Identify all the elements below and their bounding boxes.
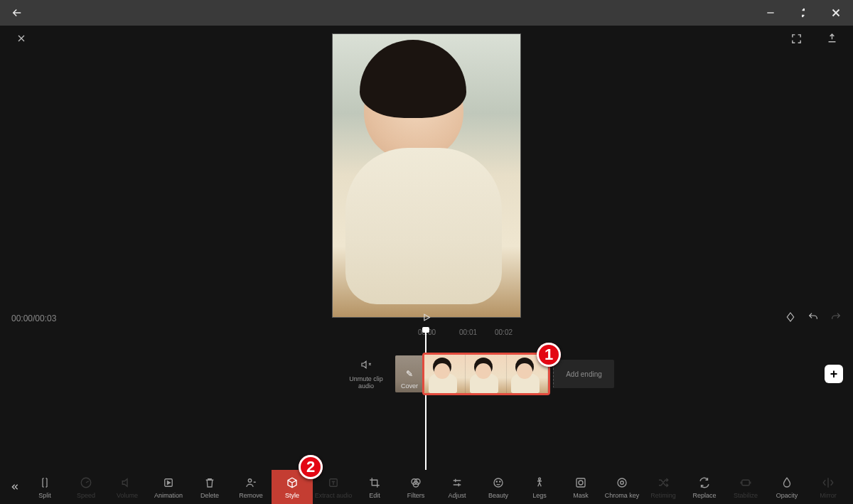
transport-bar: 00:00/00:03: [0, 309, 853, 328]
close-icon: [830, 6, 842, 19]
play-button[interactable]: [422, 312, 432, 326]
back-button[interactable]: [7, 3, 27, 23]
extract-audio-icon: [327, 476, 340, 489]
tool-opacity[interactable]: Opacity: [766, 470, 808, 504]
tool-mirror[interactable]: Mirror: [808, 470, 849, 504]
tool-edit[interactable]: Edit: [354, 470, 395, 504]
cube-icon: [286, 476, 299, 489]
keyframe-button[interactable]: [785, 311, 796, 326]
shuffle-icon: [657, 476, 670, 489]
replace-icon: [698, 476, 711, 489]
svg-rect-11: [576, 478, 585, 487]
svg-point-13: [618, 478, 626, 487]
droplet-icon: [780, 476, 793, 489]
person-remove-icon: [245, 476, 257, 489]
svg-point-14: [621, 481, 624, 484]
restore-down-icon: [798, 7, 809, 18]
chroma-icon: [616, 476, 628, 489]
svg-point-8: [496, 481, 497, 481]
chevrons-left-icon: [9, 481, 20, 493]
play-icon: [422, 312, 432, 323]
tool-replace[interactable]: Replace: [684, 470, 725, 504]
crop-icon: [368, 476, 381, 489]
add-track-button[interactable]: +: [825, 365, 843, 383]
animation-icon: [162, 476, 175, 489]
svg-point-9: [500, 481, 500, 481]
tool-beauty[interactable]: Beauty: [478, 470, 519, 504]
tool-delete[interactable]: Delete: [189, 470, 230, 504]
body-icon: [533, 476, 546, 489]
collapse-toolbar-button[interactable]: [4, 470, 24, 504]
stabilize-icon: [739, 476, 752, 489]
preview-image[interactable]: [332, 33, 521, 318]
tool-animation[interactable]: Animation: [148, 470, 189, 504]
minimize-icon: [765, 7, 776, 18]
tool-mask[interactable]: Mask: [560, 470, 601, 504]
undo-icon: [808, 311, 819, 323]
tool-stabilize[interactable]: Stabilize: [725, 470, 766, 504]
unmute-label: Unmute clip audio: [341, 375, 391, 390]
close-window-button[interactable]: [826, 3, 846, 23]
undo-button[interactable]: [808, 311, 819, 326]
restore-button[interactable]: [793, 3, 813, 23]
timeline-row: Unmute clip audio ✎ Cover Add ending +: [0, 345, 853, 402]
split-icon: [38, 476, 51, 489]
timecode: 00:00/00:03: [11, 313, 56, 323]
mask-icon: [574, 476, 587, 489]
tool-chroma-key[interactable]: Chroma key: [601, 470, 643, 504]
cover-thumbnail[interactable]: ✎ Cover: [395, 355, 424, 392]
svg-point-2: [248, 478, 252, 482]
ruler-tick: 00:02: [495, 328, 513, 336]
arrow-left-icon: [11, 6, 23, 19]
clip-frame: [466, 355, 507, 393]
annotation-marker-2: 2: [299, 455, 323, 479]
video-clip[interactable]: [422, 353, 550, 395]
plus-icon: +: [830, 367, 838, 382]
tool-retiming[interactable]: Retiming: [643, 470, 684, 504]
add-ending-button[interactable]: Add ending: [553, 360, 614, 388]
tool-volume[interactable]: Volume: [107, 470, 148, 504]
svg-point-12: [579, 481, 583, 485]
mirror-icon: [822, 476, 835, 489]
cover-label: Cover: [401, 382, 418, 390]
bottom-toolbar: Split Speed Volume Animation Delete Remo…: [0, 470, 853, 504]
tool-remove[interactable]: Remove: [230, 470, 272, 504]
volume-icon: [121, 476, 134, 489]
tool-split[interactable]: Split: [24, 470, 65, 504]
sliders-icon: [451, 476, 463, 489]
redo-icon: [830, 311, 842, 323]
filters-icon: [409, 476, 422, 489]
redo-button[interactable]: [830, 311, 842, 326]
edit-cover-icon: ✎: [406, 369, 413, 379]
svg-point-7: [494, 478, 503, 487]
tool-speed[interactable]: Speed: [65, 470, 107, 504]
speed-icon: [80, 476, 92, 489]
speaker-muted-icon: [341, 359, 391, 372]
face-icon: [492, 476, 505, 489]
tool-filters[interactable]: Filters: [395, 470, 436, 504]
minimize-button[interactable]: [761, 3, 780, 23]
titlebar: [0, 0, 853, 26]
tool-legs[interactable]: Legs: [519, 470, 560, 504]
trash-icon: [203, 476, 216, 489]
preview-area: [0, 23, 853, 328]
svg-rect-15: [742, 480, 750, 486]
tool-adjust[interactable]: Adjust: [436, 470, 478, 504]
diamond-plus-icon: [785, 311, 796, 323]
unmute-clip-audio-button[interactable]: Unmute clip audio: [341, 359, 391, 390]
annotation-marker-1: 1: [537, 343, 561, 367]
add-ending-label: Add ending: [566, 370, 602, 378]
timeline: 00:00 00:01 00:02 Unmute clip audio ✎ Co…: [0, 328, 853, 470]
ruler-tick: 00:01: [459, 328, 477, 336]
clip-frame: [424, 355, 466, 393]
svg-point-10: [539, 478, 541, 480]
